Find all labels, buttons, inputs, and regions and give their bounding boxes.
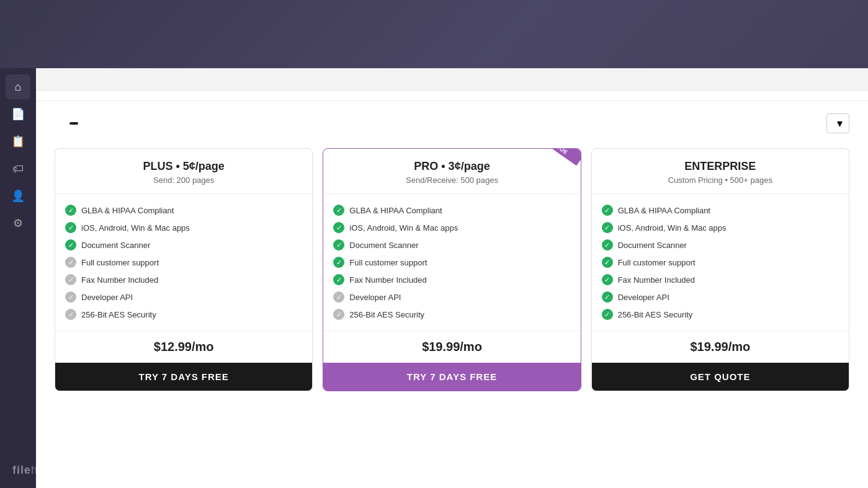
check-enabled-icon: ✓: [65, 239, 76, 251]
feature-item: ✓ Full customer support: [333, 254, 570, 271]
feature-item: ✓ Document Scanner: [65, 236, 302, 254]
plan-name: ENTERPRISE: [602, 160, 839, 173]
check-enabled-icon: ✓: [333, 257, 344, 268]
check-enabled-icon: ✓: [602, 257, 613, 268]
feature-text: iOS, Android, Win & Mac apps: [618, 223, 727, 233]
plan-price: $19.99/mo: [323, 331, 580, 363]
feature-text: Developer API: [81, 293, 133, 302]
sidebar: ⌂ 📄 📋 🏷 👤 ⚙: [0, 68, 36, 488]
title-bar: [36, 68, 868, 91]
check-enabled-icon: ✓: [602, 222, 613, 233]
toggle-group: [55, 122, 78, 125]
plan-header: PRO • 3¢/page Send/Receive: 500 pages: [323, 149, 580, 194]
feature-text: Document Scanner: [349, 241, 418, 250]
feature-item: ✓ iOS, Android, Win & Mac apps: [333, 219, 570, 236]
plan-sub: Custom Pricing • 500+ pages: [602, 175, 839, 185]
check-enabled-icon: ✓: [333, 274, 344, 285]
feature-text: 256-Bit AES Security: [349, 310, 424, 319]
check-enabled-icon: ✓: [602, 274, 613, 285]
check-disabled-icon: ✓: [65, 257, 76, 268]
feature-item: ✓ GLBA & HIPAA Compliant: [333, 202, 570, 219]
check-enabled-icon: ✓: [333, 205, 344, 216]
content-area: ▾ PLUS • 5¢/page Send: 200 pages ✓ GLBA …: [36, 101, 868, 488]
sidebar-item-contacts[interactable]: 👤: [6, 184, 30, 208]
plan-card-enterprise: ENTERPRISE Custom Pricing • 500+ pages ✓…: [591, 148, 849, 391]
features-list: ✓ GLBA & HIPAA Compliant ✓ iOS, Android,…: [55, 194, 312, 331]
plan-price: $19.99/mo: [592, 331, 849, 363]
check-disabled-icon: ✓: [65, 291, 76, 303]
feature-item: ✓ Document Scanner: [333, 236, 570, 254]
check-enabled-icon: ✓: [602, 291, 613, 303]
feature-item: ✓ Developer API: [65, 288, 302, 306]
close-button[interactable]: [834, 70, 861, 89]
feature-text: Full customer support: [81, 258, 159, 267]
sidebar-item-home[interactable]: ⌂: [6, 74, 30, 99]
feature-item: ✓ 256-Bit AES Security: [602, 306, 839, 323]
check-disabled-icon: ✓: [65, 309, 76, 320]
plan-header: PLUS • 5¢/page Send: 200 pages: [55, 149, 312, 194]
title-bar-controls: [780, 70, 861, 89]
feature-item: ✓ Fax Number Included: [65, 271, 302, 288]
plan-name: PLUS • 5¢/page: [65, 160, 302, 173]
plan-sub: Send: 200 pages: [65, 175, 302, 185]
feature-item: ✓ Developer API: [333, 288, 570, 306]
plan-cta-button[interactable]: GET QUOTE: [592, 363, 849, 391]
features-list: ✓ GLBA & HIPAA Compliant ✓ iOS, Android,…: [323, 194, 580, 331]
discount-badge: [69, 122, 78, 125]
chevron-down-icon: ▾: [837, 117, 843, 130]
feature-text: Developer API: [618, 293, 669, 302]
app-window: ▾ PLUS • 5¢/page Send: 200 pages ✓ GLBA …: [36, 68, 868, 488]
check-enabled-icon: ✓: [65, 222, 76, 233]
feature-item: ✓ GLBA & HIPAA Compliant: [602, 202, 839, 219]
feature-text: Fax Number Included: [81, 275, 158, 285]
plan-header: ENTERPRISE Custom Pricing • 500+ pages: [592, 149, 849, 194]
feature-text: Developer API: [349, 293, 401, 302]
feature-text: Full customer support: [349, 258, 427, 267]
sidebar-item-tags[interactable]: 🏷: [6, 156, 30, 181]
feature-text: Document Scanner: [618, 241, 687, 250]
plan-card-pro: BESTVALUE PRO • 3¢/page Send/Receive: 50…: [323, 148, 581, 391]
feature-item: ✓ Document Scanner: [602, 236, 839, 254]
country-selector[interactable]: ▾: [826, 113, 849, 133]
maximize-button[interactable]: [807, 70, 833, 89]
feature-text: GLBA & HIPAA Compliant: [349, 206, 442, 215]
plan-name: PRO • 3¢/page: [333, 160, 570, 173]
check-disabled-icon: ✓: [333, 291, 344, 303]
feature-text: Full customer support: [618, 258, 696, 267]
feature-text: Fax Number Included: [349, 275, 426, 285]
check-enabled-icon: ✓: [602, 205, 613, 216]
check-enabled-icon: ✓: [602, 309, 613, 320]
features-list: ✓ GLBA & HIPAA Compliant ✓ iOS, Android,…: [592, 194, 849, 331]
plan-cta-button[interactable]: TRY 7 DAYS FREE: [323, 363, 580, 391]
plan-card-plus: PLUS • 5¢/page Send: 200 pages ✓ GLBA & …: [55, 148, 313, 391]
feature-text: iOS, Android, Win & Mac apps: [81, 223, 190, 233]
check-disabled-icon: ✓: [333, 309, 344, 320]
feature-text: GLBA & HIPAA Compliant: [618, 206, 710, 215]
feature-item: ✓ iOS, Android, Win & Mac apps: [65, 219, 302, 236]
feature-item: ✓ Developer API: [602, 288, 839, 306]
feature-text: GLBA & HIPAA Compliant: [81, 206, 174, 215]
feature-text: Fax Number Included: [618, 275, 695, 285]
check-enabled-icon: ✓: [333, 222, 344, 233]
feature-item: ✓ Full customer support: [65, 254, 302, 271]
plans-grid: PLUS • 5¢/page Send: 200 pages ✓ GLBA & …: [55, 148, 849, 391]
check-enabled-icon: ✓: [65, 205, 76, 216]
sidebar-item-documents[interactable]: 📄: [6, 102, 30, 126]
check-enabled-icon: ✓: [333, 239, 344, 251]
feature-text: 256-Bit AES Security: [618, 310, 693, 319]
plan-price: $12.99/mo: [55, 331, 312, 363]
nav-bar: [36, 91, 868, 101]
feature-item: ✓ GLBA & HIPAA Compliant: [65, 202, 302, 219]
feature-item: ✓ iOS, Android, Win & Mac apps: [602, 219, 839, 236]
feature-item: ✓ Fax Number Included: [333, 271, 570, 288]
check-enabled-icon: ✓: [602, 239, 613, 251]
feature-text: 256-Bit AES Security: [81, 310, 156, 319]
feature-text: Document Scanner: [81, 241, 150, 250]
plan-sub: Send/Receive: 500 pages: [333, 175, 570, 185]
minimize-button[interactable]: [780, 70, 806, 89]
watermark: filehorse.com: [12, 464, 91, 477]
sidebar-item-inbox[interactable]: 📋: [6, 129, 30, 154]
feature-text: iOS, Android, Win & Mac apps: [349, 223, 458, 233]
sidebar-item-settings[interactable]: ⚙: [6, 211, 30, 236]
plan-cta-button[interactable]: TRY 7 DAYS FREE: [55, 363, 312, 391]
